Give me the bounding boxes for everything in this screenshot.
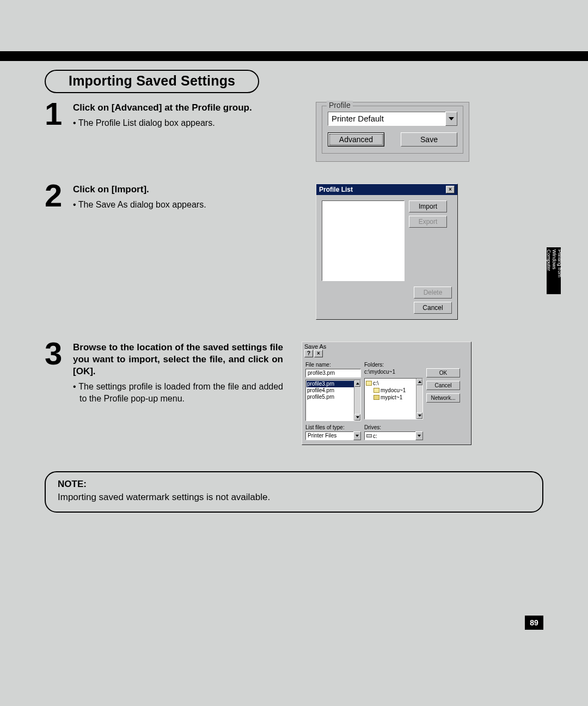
tree-item[interactable]: c:\ [366,380,421,387]
combo-dropdown-button[interactable] [445,112,457,126]
combo-dropdown-button[interactable] [353,431,361,440]
profile-combo-value: Printer Default [328,112,445,126]
delete-button[interactable]: Delete [414,287,452,299]
list-item[interactable]: profile5.prn [307,394,360,400]
export-button[interactable]: Export [409,216,447,228]
drives-value: c: [364,431,415,440]
step-number: 2 [45,181,73,210]
saveas-button-column: OK Cancel Network... [426,362,460,421]
note-box: NOTE: Importing saved watermark settings… [45,471,543,513]
saveas-bottom-row: List files of type: Printer Files Drives… [305,424,468,440]
chevron-down-icon [418,435,421,437]
folder-path: c:\mydocu~1 [364,369,423,375]
dialog-title: Save As [304,343,326,350]
profile-combo[interactable]: Printer Default [328,112,457,126]
tree-item[interactable]: mypict~1 [366,394,421,401]
dialog-button-column: Import Export [409,200,447,281]
page-number: 89 [525,616,543,630]
close-button[interactable]: × [446,186,455,193]
step-body: Click on [Import]. • The Save As dialog … [73,184,301,211]
save-button[interactable]: Save [401,132,457,147]
scrollbar[interactable] [354,380,360,421]
step-number: 3 [45,339,73,368]
list-item[interactable]: profile3.prn [307,381,360,387]
folders-label: Folders: [364,362,423,368]
list-item[interactable]: profile4.prn [307,387,360,394]
step-2: 2 Click on [Import]. • The Save As dialo… [45,184,543,320]
dialog-titlebar: Save As ? × [302,342,471,358]
step-bullet: • The Save As dialog box appears. [73,199,293,211]
profile-button-row: Advanced Save [328,132,457,147]
saveas-top-row: File name: profile3.prn profile3.prn pro… [305,362,468,421]
tree-item[interactable]: mydocu~1 [366,387,421,394]
close-button[interactable]: × [314,350,323,357]
folder-open-icon [373,388,379,393]
drives-text: c: [373,433,377,439]
profile-panel: Profile Printer Default Advanced Save [316,102,469,162]
scroll-down-button[interactable] [354,414,360,421]
profile-list-dialog: Profile List × Import Export Delete Canc… [316,184,458,320]
combo-dropdown-button[interactable] [415,431,423,440]
folder-open-icon [366,381,372,386]
cancel-button[interactable]: Cancel [426,381,460,390]
filetype-column: List files of type: Printer Files [305,424,361,440]
tree-label: c:\ [373,380,379,387]
step-heading: Browse to the location of the saved sett… [73,342,283,378]
help-button[interactable]: ? [304,350,313,357]
dialog-bottom-buttons: Delete Cancel [316,287,457,319]
folders-column: Folders: c:\mydocu~1 c:\ mydocu~1 mypict… [364,362,423,421]
step-body: Click on [Advanced] at the Profile group… [73,102,301,129]
network-button[interactable]: Network... [426,393,460,403]
filetype-label: List files of type: [305,424,361,430]
profile-legend: Profile [327,101,353,109]
step-number: 1 [45,100,73,128]
import-button[interactable]: Import [409,200,447,212]
scroll-up-button[interactable] [354,380,360,387]
saveas-dialog: Save As ? × File name: profile3.prn [302,342,471,445]
header-bar [0,51,588,61]
ok-button[interactable]: OK [426,368,460,378]
section-title: Importing Saved Settings [69,73,235,89]
chevron-up-icon [356,382,359,385]
filename-input[interactable]: profile3.prn [305,369,361,378]
profile-listbox[interactable] [322,200,405,281]
step-heading: Click on [Import]. [73,184,293,196]
dialog-titlebar: Profile List × [316,184,457,195]
filetype-value: Printer Files [305,431,353,440]
figure-profile-panel: Profile Printer Default Advanced Save [316,102,469,162]
chevron-down-icon [356,435,359,437]
dialog-body: Import Export [316,195,457,287]
saveas-body: File name: profile3.prn profile3.prn pro… [302,358,471,445]
note-label: NOTE: [58,479,530,490]
section-title-frame: Importing Saved Settings [45,70,259,93]
drive-icon [366,434,372,437]
step-3: 3 Browse to the location of the saved se… [45,342,543,445]
tree-label: mypict~1 [381,394,402,401]
profile-fieldset: Profile Printer Default Advanced Save [322,106,463,154]
file-list[interactable]: profile3.prn profile4.prn profile5.prn [305,380,361,421]
titlebar-buttons: ? × [304,350,469,357]
advanced-button[interactable]: Advanced [328,132,384,147]
filename-label: File name: [305,362,361,368]
folder-icon [373,395,379,400]
drives-combo[interactable]: c: [364,431,423,440]
drives-label: Drives: [364,424,423,430]
scrollbar[interactable] [416,379,422,419]
drives-column: Drives: c: [364,424,423,440]
cancel-button[interactable]: Cancel [414,302,452,314]
step-body: Browse to the location of the saved sett… [73,342,291,404]
tree-label: mydocu~1 [381,387,406,394]
scroll-down-button[interactable] [416,412,422,419]
side-tab: Printing from Windows Computer [547,247,561,294]
chevron-down-icon [356,416,359,418]
filename-column: File name: profile3.prn profile3.prn pro… [305,362,361,421]
step-bullet: • The settings profile is loaded from th… [73,381,283,404]
step-1: 1 Click on [Advanced] at the Profile gro… [45,102,543,162]
chevron-down-icon [418,415,421,417]
chevron-up-icon [418,381,421,383]
figure-profile-list-dialog: Profile List × Import Export Delete Canc… [316,184,458,320]
scroll-up-button[interactable] [416,379,422,385]
step-heading: Click on [Advanced] at the Profile group… [73,102,293,114]
folder-tree[interactable]: c:\ mydocu~1 mypict~1 [364,378,423,419]
filetype-combo[interactable]: Printer Files [305,431,361,440]
